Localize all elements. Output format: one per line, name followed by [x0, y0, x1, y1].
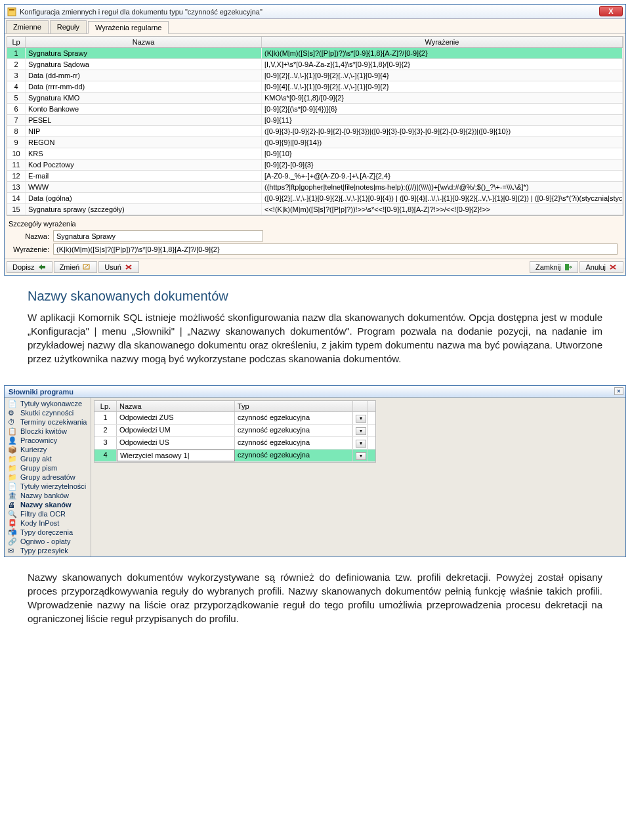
sidebar-item[interactable]: 📄Tytuły wykonawcze: [5, 399, 91, 408]
table-row[interactable]: 11Kod Pocztowy[0-9]{2}-[0-9]{3}: [7, 159, 623, 171]
cell2-dd[interactable]: ▾: [353, 412, 368, 424]
chevron-down-icon[interactable]: ▾: [356, 440, 366, 448]
window-title: Konfiguracja zmiennych i reguł dla dokum…: [20, 8, 262, 16]
sidebar-item[interactable]: 📋Bloczki kwitów: [5, 427, 91, 436]
sidebar-item[interactable]: 🔍Filtry dla OCR: [5, 509, 91, 518]
sidebar-icon: 📄: [8, 400, 17, 408]
sidebar-label: Pracownicy: [20, 436, 57, 444]
tab-zmienne[interactable]: Zmienne: [6, 20, 49, 33]
cell2-lp: 4: [94, 450, 117, 461]
sidebar-icon: 🏦: [8, 492, 17, 499]
table-row[interactable]: 7PESEL[0-9]{11}: [7, 115, 623, 126]
cell2-dd[interactable]: ▾: [353, 450, 368, 461]
cell-expr: [0-9]{2}[..\/,\-]{1}[0-9]{2}[..\/,\-]{1}…: [262, 70, 623, 81]
sidebar-icon: 📁: [8, 455, 17, 463]
sidebar-icon: 📁: [8, 473, 17, 481]
table-row[interactable]: 9REGON([0-9]{9}|[0-9]{14}): [7, 137, 623, 148]
sidebar-item[interactable]: 🏦Nazwy banków: [5, 491, 91, 500]
table-row[interactable]: 3Odpowiedzi USczynność egzekucyjna▾: [94, 437, 375, 450]
cancel-icon: [608, 263, 618, 271]
table-row[interactable]: 4Data (rrrr-mm-dd)[0-9]{4}[..\/,\-]{1}[0…: [7, 81, 623, 93]
chevron-down-icon[interactable]: ▾: [356, 415, 366, 423]
sidebar-item[interactable]: 🖨Nazwy skanów: [5, 500, 91, 509]
sidebar-icon: 📦: [8, 446, 17, 453]
sidebar-icon: 🔗: [8, 537, 17, 545]
sidebar-item[interactable]: 📁Grupy pism: [5, 463, 91, 472]
tab-wyrazenia[interactable]: Wyrażenia regularne: [88, 21, 169, 34]
cell-lp: 4: [7, 81, 26, 92]
cell-name: Sygnatura Sądowa: [26, 59, 262, 70]
sidebar-item[interactable]: 👤Pracownicy: [5, 436, 91, 445]
table-row[interactable]: 5Sygnatura KMOKMO\s*[0-9]{1,8}/[0-9]{2}: [7, 93, 623, 104]
input-wyrazenie[interactable]: [53, 243, 618, 255]
col2-lp[interactable]: Lp.: [94, 401, 117, 411]
close-button[interactable]: X: [599, 6, 623, 16]
table-row[interactable]: 4Wierzyciel masowy 1|czynność egzekucyjn…: [94, 450, 375, 462]
col-name[interactable]: Nazwa: [26, 37, 262, 47]
table-row[interactable]: 8NIP([0-9]{3}-[0-9]{2}-[0-9]{2}-[0-9]{3}…: [7, 126, 623, 137]
sidebar-item[interactable]: 📮Kody InPost: [5, 518, 91, 528]
app-icon: [7, 7, 16, 16]
table-row[interactable]: 2Sygnatura Sądowa[I,V,X]+\s*[0-9A-Za-z]{…: [7, 59, 623, 70]
col-lp[interactable]: Lp: [7, 37, 26, 47]
sidebar-item[interactable]: ⚙Skutki czynności: [5, 408, 91, 417]
sidebar-icon: ⏱: [8, 418, 17, 426]
table-row[interactable]: 6Konto Bankowe[0-9]{2}[(\s*[0-9]{4})]{6}: [7, 104, 623, 115]
cell-name: REGON: [26, 137, 262, 148]
sidebar-label: Kurierzy: [20, 446, 47, 453]
col2-name[interactable]: Nazwa: [117, 401, 235, 411]
sidebar: 📄Tytuły wykonawcze⚙Skutki czynności⏱Term…: [5, 398, 91, 556]
close-icon[interactable]: ×: [614, 387, 623, 395]
table-row[interactable]: 14Data (ogólna)([0-9]{2}[..\/,\-]{1}[0-9…: [7, 193, 623, 204]
close-window-button[interactable]: Zamknij: [530, 261, 579, 273]
sidebar-item[interactable]: 🔗Ogniwo - opłaty: [5, 537, 91, 546]
table-row[interactable]: 10KRS[0-9]{10}: [7, 148, 623, 159]
sidebar-icon: 👤: [8, 436, 17, 444]
table-row[interactable]: 3Data (dd-mm-rr)[0-9]{2}[..\/,\-]{1}[0-9…: [7, 70, 623, 81]
cell2-type: czynność egzekucyjna: [235, 437, 353, 449]
chevron-down-icon[interactable]: ▾: [356, 427, 366, 435]
titlebar: Konfiguracja zmiennych i reguł dla dokum…: [5, 5, 625, 19]
col-expr[interactable]: Wyrażenie: [262, 37, 623, 47]
cell-expr: [0-9]{10}: [262, 148, 623, 159]
sidebar-icon: 📮: [8, 519, 17, 527]
sidebar-item[interactable]: 📬Typy doręczenia: [5, 528, 91, 537]
table-row[interactable]: 1Sygnatura Sprawy(K|k)(M|m)([S|s]?([P|p]…: [7, 48, 623, 59]
sidebar-label: Grupy pism: [20, 464, 57, 472]
cancel-button[interactable]: Anuluj: [579, 261, 623, 273]
cell2-name: Wierzyciel masowy 1|: [117, 450, 235, 461]
cell2-dd[interactable]: ▾: [353, 425, 368, 436]
table-row[interactable]: 13WWW((https?|ftp|gopher|telnet|file|not…: [7, 182, 623, 193]
table-row[interactable]: 1Odpowiedzi ZUSczynność egzekucyjna▾: [94, 412, 375, 425]
sidebar-item[interactable]: 📄Tytuły wierzytelności: [5, 482, 91, 491]
delete-button[interactable]: Usuń: [98, 261, 139, 273]
sidebar-icon: ⚙: [8, 409, 17, 417]
window2-title: Słowniki programu: [9, 388, 74, 396]
cell-expr: [0-9]{11}: [262, 115, 623, 125]
table-row[interactable]: 12E-mail[A-Z0-9._%+-]+@[A-Z0-9.-]+\.[A-Z…: [7, 171, 623, 182]
cell2-type: czynność egzekucyjna: [235, 450, 353, 461]
add-button[interactable]: Dopisz: [7, 261, 52, 273]
sidebar-icon: 📬: [8, 528, 17, 536]
tabs: Zmienne Reguły Wyrażenia regularne: [5, 19, 625, 34]
edit-button[interactable]: Zmień: [54, 261, 98, 273]
sidebar-item[interactable]: 📁Grupy adresatów: [5, 472, 91, 482]
cell-name: Konto Bankowe: [26, 104, 262, 114]
sidebar-item[interactable]: ⏱Terminy oczekiwania: [5, 417, 91, 427]
label-nazwa: Nazwa:: [9, 232, 53, 240]
sidebar-item[interactable]: 📁Grupy akt: [5, 454, 91, 463]
cell2-dd[interactable]: ▾: [353, 437, 368, 449]
col2-type[interactable]: Typ: [235, 401, 353, 411]
sidebar-item[interactable]: ✉Typy przesyłek: [5, 546, 91, 555]
chevron-down-icon[interactable]: ▾: [356, 452, 366, 460]
cell-lp: 2: [7, 59, 26, 70]
table-row[interactable]: 15Sygnatura sprawy (szczegóły)<<!(K|k)(M…: [7, 204, 623, 215]
tab-reguly[interactable]: Reguły: [50, 20, 87, 33]
table-row[interactable]: 2Odpowiedzi UMczynność egzekucyjna▾: [94, 425, 375, 437]
cell-name: NIP: [26, 126, 262, 136]
input-nazwa[interactable]: [53, 230, 263, 242]
cell-lp: 7: [7, 115, 26, 125]
sidebar-item[interactable]: 📦Kurierzy: [5, 445, 91, 454]
cell2-lp: 3: [94, 437, 117, 449]
cell2-type: czynność egzekucyjna: [235, 412, 353, 424]
